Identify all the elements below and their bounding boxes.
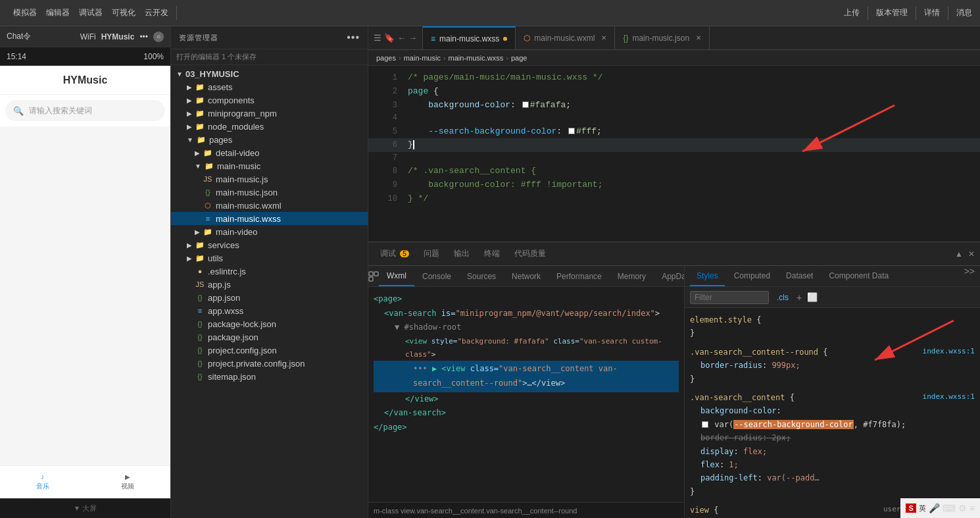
console-tab-label: Console (422, 272, 451, 281)
sidebar-item-main-music-js[interactable]: JS main-music.js (171, 172, 368, 186)
bookmark-icon[interactable]: 🔖 (384, 33, 395, 43)
close-wxml-tab[interactable]: ✕ (601, 34, 606, 41)
settings2-icon[interactable]: ⚙ (958, 503, 967, 513)
sidebar-item-services[interactable]: ▶ 📁 services (171, 238, 368, 251)
debug-badge: 5 (400, 250, 409, 257)
round-border-radius: border-radius: 999px; (690, 359, 975, 372)
xml-bottom-bar: m-class view.van-search__content.van-sea… (368, 502, 684, 518)
sidebar-item-project-private[interactable]: {} project.private.config.json (171, 357, 368, 370)
tab-main-music-json[interactable]: {} main-music.json ✕ (615, 26, 710, 49)
sidebar-item-miniprogram-npm[interactable]: ▶ 📁 miniprogram_npm (171, 107, 368, 120)
sidebar-item-main-music[interactable]: ▼ 📁 main-music (171, 159, 368, 172)
components-arrow: ▶ (187, 97, 192, 104)
wxml-icon-main: ⬡ (203, 200, 213, 211)
folder-icon-miniprogram: 📁 (195, 108, 205, 118)
sidebar-item-main-music-wxml[interactable]: ⬡ main-music.wxml (171, 199, 368, 212)
devtools-tab-terminal[interactable]: 终端 (478, 246, 506, 262)
toolbar-menu-cloud[interactable]: 云开发 (142, 6, 171, 20)
sidebar-item-node-modules[interactable]: ▶ 📁 node_modules (171, 120, 368, 133)
sim-nav-music-label: 音乐 (36, 482, 49, 491)
wxml-tab-wxml[interactable]: Wxml (379, 266, 414, 286)
sim-search[interactable]: 🔍 请输入搜索关键词 (5, 100, 165, 121)
xml-line-shadow: ▼ #shadow-root (374, 321, 679, 335)
back-icon[interactable]: ← (397, 33, 406, 43)
tab-main-music-wxml[interactable]: ⬡ main-music.wxml ✕ (516, 26, 615, 49)
details-btn[interactable]: 详情 (921, 6, 943, 20)
upload-btn[interactable]: 上传 (841, 6, 862, 20)
wxml-tab-appdata[interactable]: AppData (654, 266, 684, 286)
sidebar-item-app-json[interactable]: {} app.json (171, 291, 368, 304)
sidebar-item-app-wxss[interactable]: ≡ app.wxss (171, 304, 368, 317)
devtools-tab-quality[interactable]: 代码质量 (508, 246, 552, 262)
json-icon-pkg-lock: {} (195, 319, 205, 329)
sim-more-icon[interactable]: ••• (139, 32, 148, 41)
tab-main-music-wxss[interactable]: ≡ main-music.wxss (423, 26, 516, 49)
cls-button[interactable]: .cls (774, 292, 791, 303)
wxml-tab-label: Wxml (387, 271, 406, 280)
sidebar-item-assets[interactable]: ▶ 📁 assets (171, 80, 368, 93)
wxml-tab-performance[interactable]: Performance (549, 266, 610, 286)
sidebar-item-pages[interactable]: ▼ 📁 pages (171, 133, 368, 146)
explorer-more-btn[interactable]: ••• (347, 32, 360, 43)
round-source[interactable]: index.wxss:1 (923, 346, 975, 358)
menu2-icon[interactable]: ≡ (969, 503, 975, 513)
computed-tab[interactable]: Computed (727, 266, 777, 286)
toolbar-menu-simulator[interactable]: 模拟器 (11, 6, 39, 20)
add-style-btn[interactable]: + (796, 292, 802, 303)
json-icon-sitemap: {} (195, 371, 205, 382)
code-editor[interactable]: 1 /* pages/main-music/main-music.wxss */… (368, 66, 980, 242)
devtools-tab-output[interactable]: 输出 (447, 246, 476, 262)
wxml-tab-memory[interactable]: Memory (610, 266, 654, 286)
toggle-panel-btn[interactable]: ⬜ (807, 292, 818, 302)
component-data-tab[interactable]: Component Data (822, 266, 895, 286)
devtools-top-tabs: 调试 5 问题 输出 终端 代码质量 (368, 242, 980, 266)
sidebar-item-package-lock[interactable]: {} package-lock.json (171, 317, 368, 330)
toolbar-menu-debugger[interactable]: 调试器 (76, 6, 105, 20)
keyboard-icon[interactable]: ⌨ (943, 503, 956, 513)
sidebar-toggle-icon[interactable]: ☰ (374, 33, 381, 43)
wxml-tab-network[interactable]: Network (504, 266, 549, 286)
version-btn[interactable]: 版本管理 (873, 6, 910, 20)
content-source[interactable]: index.wxss:1 (923, 391, 975, 403)
styles-filter-input[interactable] (690, 291, 769, 304)
folder-icon-assets: 📁 (195, 82, 205, 92)
forward-icon[interactable]: → (408, 33, 417, 43)
sim-nav-music[interactable]: ♪ 音乐 (36, 473, 49, 491)
styles-more-btn[interactable]: >> (964, 266, 975, 286)
devtools-tab-debug[interactable]: 调试 5 (374, 246, 416, 262)
sidebar-item-eslintrc[interactable]: ● .eslintrc.js (171, 265, 368, 278)
sidebar-item-main-music-wxss[interactable]: ≡ main-music.wxss (171, 212, 368, 225)
toolbar-menu-editor[interactable]: 编辑器 (43, 6, 72, 20)
sidebar-item-detail-video[interactable]: ▶ 📁 detail-video (171, 146, 368, 159)
sim-time: 15:14 (7, 52, 26, 61)
wxml-inspect-icon[interactable] (368, 266, 379, 286)
wxml-tab-sources[interactable]: Sources (459, 266, 504, 286)
toolbar-menu-visual[interactable]: 可视化 (109, 6, 138, 20)
sidebar-item-main-video[interactable]: ▶ 📁 main-video (171, 225, 368, 238)
sidebar-item-app-js[interactable]: JS app.js (171, 278, 368, 291)
dataset-tab[interactable]: Dataset (779, 266, 820, 286)
folder-icon-components: 📁 (195, 95, 205, 105)
js-icon-app: JS (195, 279, 205, 290)
devtools-collapse-btn[interactable]: ▲ (955, 249, 963, 259)
sidebar-item-main-music-json[interactable]: {} main-music.json (171, 186, 368, 199)
sidebar-item-package[interactable]: {} package.json (171, 330, 368, 344)
sim-nav-video[interactable]: ▶ 视频 (121, 473, 134, 491)
devtools-tab-problems[interactable]: 问题 (417, 246, 446, 262)
close-json-tab[interactable]: ✕ (696, 34, 701, 41)
message-btn[interactable]: 消息 (954, 6, 975, 20)
tab-wxss-label: main-music.wxss (439, 34, 499, 43)
xml-vansearch-attr: is= (441, 309, 456, 318)
mic-icon[interactable]: 🎤 (929, 503, 940, 513)
xml-line-view-inner[interactable]: ••• ▶ <view class="van-search__content v… (374, 361, 679, 392)
sidebar-item-sitemap[interactable]: {} sitemap.json (171, 370, 368, 383)
sidebar-item-components[interactable]: ▶ 📁 components (171, 93, 368, 107)
wxml-tab-console[interactable]: Console (414, 266, 459, 286)
devtools-close-btn[interactable]: ✕ (968, 249, 975, 259)
sim-record-icon[interactable]: ○ (153, 32, 164, 42)
project-root[interactable]: ▼ 03_HYMUSIC (171, 68, 368, 80)
sidebar-item-utils[interactable]: ▶ 📁 utils (171, 251, 368, 265)
sidebar-item-project-config[interactable]: {} project.config.json (171, 344, 368, 357)
project-config-label: project.config.json (208, 346, 277, 355)
styles-tab[interactable]: Styles (690, 266, 725, 286)
